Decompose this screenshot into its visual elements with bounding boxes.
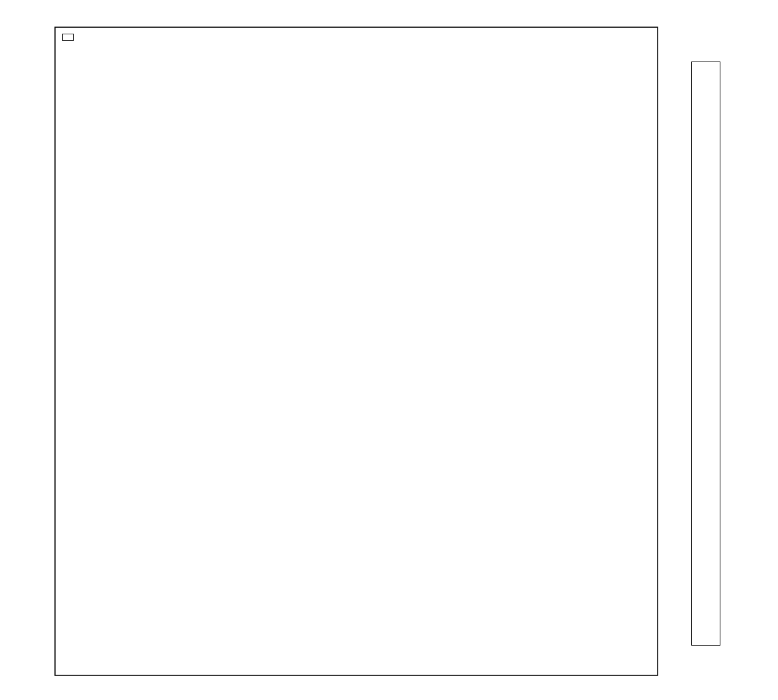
map-canvas (0, 0, 778, 700)
radar-figure (0, 0, 778, 700)
map-frame (55, 27, 658, 675)
product-info-box (62, 34, 74, 41)
colorbar (691, 62, 720, 646)
